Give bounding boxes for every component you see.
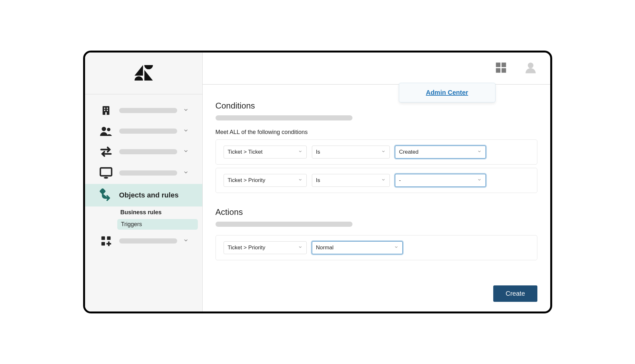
select-value: - <box>399 177 401 184</box>
svg-rect-12 <box>100 168 111 176</box>
action-value-select[interactable]: Normal <box>312 241 403 254</box>
svg-point-8 <box>101 127 106 131</box>
chevron-down-icon <box>183 107 189 114</box>
select-value: Created <box>399 149 419 155</box>
select-value: Is <box>316 149 320 155</box>
topbar <box>203 53 550 85</box>
svg-rect-16 <box>107 236 111 240</box>
main: Admin Center Conditions Meet ALL of the … <box>203 53 550 311</box>
select-value: Ticket > Priority <box>228 244 265 251</box>
svg-point-9 <box>107 128 111 131</box>
apps-grid-icon[interactable] <box>494 61 508 76</box>
conditions-all-label: Meet ALL of the following conditions <box>216 129 537 136</box>
chevron-down-icon <box>298 149 303 155</box>
chevron-down-icon <box>183 237 189 244</box>
svg-rect-3 <box>104 108 105 109</box>
select-value: Is <box>316 177 320 184</box>
subnav-business-rules[interactable]: Business rules <box>85 206 202 218</box>
chevron-down-icon <box>183 169 189 177</box>
user-avatar-icon[interactable] <box>524 61 537 76</box>
building-icon <box>99 105 113 116</box>
select-value: Ticket > Ticket <box>228 149 263 155</box>
transfer-arrows-icon <box>99 146 113 158</box>
condition-field-select[interactable]: Ticket > Priority <box>224 174 307 187</box>
actions-title: Actions <box>216 207 537 217</box>
condition-operator-select[interactable]: Is <box>312 174 390 187</box>
action-row: Ticket > Priority Normal <box>216 235 537 260</box>
chevron-down-icon <box>183 148 189 155</box>
monitor-icon <box>99 167 113 179</box>
svg-rect-4 <box>107 108 108 109</box>
chevron-down-icon <box>477 149 482 155</box>
svg-point-24 <box>528 62 534 68</box>
svg-rect-21 <box>501 62 506 67</box>
people-icon <box>99 125 113 137</box>
chevron-down-icon <box>477 177 482 184</box>
admin-center-popover: Admin Center <box>399 83 495 102</box>
svg-rect-7 <box>105 112 107 115</box>
conditions-description-placeholder <box>216 115 352 120</box>
sidebar-item-channels[interactable] <box>85 141 202 162</box>
svg-rect-20 <box>496 62 500 67</box>
svg-rect-23 <box>501 68 506 73</box>
sidebar-item-account[interactable] <box>85 100 202 121</box>
content: Conditions Meet ALL of the following con… <box>203 85 550 279</box>
svg-marker-1 <box>144 70 153 81</box>
chevron-down-icon <box>381 177 386 184</box>
sidebar-item-apps[interactable] <box>85 230 202 252</box>
svg-rect-17 <box>101 242 105 245</box>
condition-operator-select[interactable]: Is <box>312 146 390 158</box>
zendesk-logo-icon <box>132 62 155 85</box>
svg-rect-15 <box>101 236 105 240</box>
condition-row: Ticket > Ticket Is Created <box>216 139 537 165</box>
select-value: Normal <box>316 244 334 251</box>
subnav-triggers[interactable]: Triggers <box>117 219 198 230</box>
select-value: Ticket > Priority <box>228 177 265 184</box>
sidebar-item-workspaces[interactable] <box>85 162 202 184</box>
sidebar-item-label: Objects and rules <box>119 191 196 199</box>
sidebar-item-objects-rules[interactable]: Objects and rules <box>85 184 202 206</box>
sidebar-item-people[interactable] <box>85 121 202 141</box>
svg-marker-0 <box>134 65 143 75</box>
app-window: Objects and rules Business rules Trigger… <box>83 51 552 313</box>
svg-rect-6 <box>107 110 108 111</box>
apps-add-icon <box>99 235 113 247</box>
svg-rect-22 <box>496 68 500 73</box>
chevron-down-icon <box>183 128 189 135</box>
sidebar-placeholder <box>119 129 177 134</box>
nav: Objects and rules Business rules Trigger… <box>85 94 202 252</box>
chevron-down-icon <box>298 177 303 184</box>
workflow-icon <box>99 188 113 202</box>
svg-rect-5 <box>104 110 105 111</box>
admin-center-link[interactable]: Admin Center <box>426 89 468 96</box>
chevron-down-icon <box>298 244 303 251</box>
footer: Create <box>203 279 550 311</box>
sidebar-placeholder <box>119 149 177 154</box>
subnav: Business rules Triggers <box>85 206 202 230</box>
svg-point-13 <box>104 177 108 179</box>
condition-value-select[interactable]: - <box>395 174 486 187</box>
chevron-down-icon <box>381 149 386 155</box>
actions-description-placeholder <box>216 222 352 227</box>
condition-field-select[interactable]: Ticket > Ticket <box>224 146 307 158</box>
action-field-select[interactable]: Ticket > Priority <box>224 241 307 254</box>
sidebar-placeholder <box>119 238 177 244</box>
create-button[interactable]: Create <box>493 285 537 302</box>
sidebar-placeholder <box>119 108 177 113</box>
condition-value-select[interactable]: Created <box>395 146 486 158</box>
sidebar: Objects and rules Business rules Trigger… <box>85 53 203 311</box>
logo-area <box>85 53 202 94</box>
condition-row: Ticket > Priority Is - <box>216 168 537 193</box>
sidebar-placeholder <box>119 170 177 176</box>
chevron-down-icon <box>394 244 399 251</box>
